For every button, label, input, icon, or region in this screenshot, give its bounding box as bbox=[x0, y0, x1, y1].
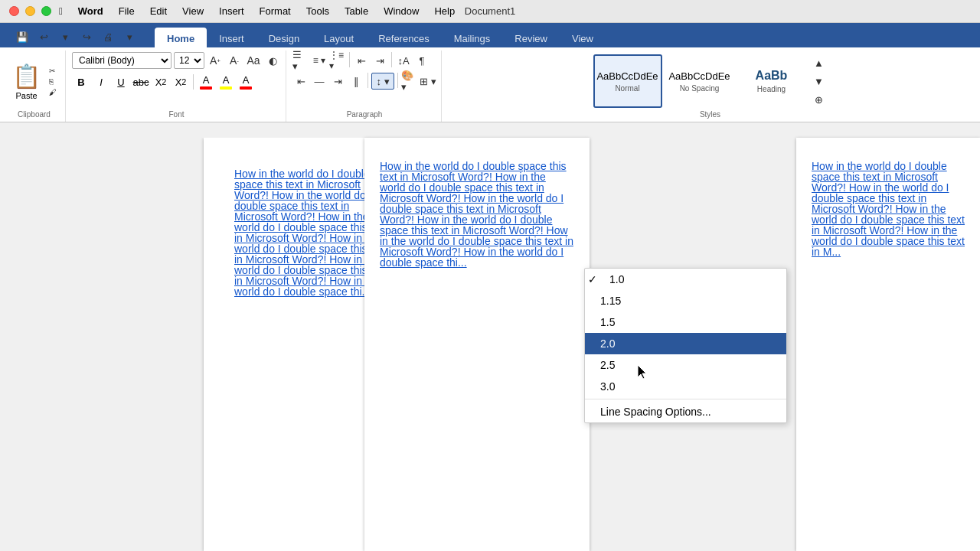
tab-design[interactable]: Design bbox=[256, 28, 312, 49]
left-doc-area: How in the world do I double space this … bbox=[0, 138, 364, 551]
paste-icon: 📋 bbox=[12, 63, 41, 90]
style-normal-preview: AaBbCcDdEe bbox=[595, 70, 660, 82]
redo-button[interactable]: ↪ bbox=[78, 28, 95, 45]
right-doc-page: How in the world do I double space this … bbox=[796, 138, 980, 551]
tab-references[interactable]: References bbox=[366, 28, 441, 49]
styles-down[interactable]: ▼ bbox=[811, 73, 828, 90]
menu-tools[interactable]: Tools bbox=[299, 0, 337, 23]
tab-mailings[interactable]: Mailings bbox=[442, 28, 503, 49]
font-group-label: Font bbox=[168, 110, 184, 120]
maximize-button[interactable] bbox=[41, 6, 51, 16]
style-heading-name: Heading bbox=[757, 85, 786, 93]
align-center-button[interactable]: ― bbox=[311, 73, 328, 90]
ribbon-content: 📋 Paste ✂ ⎘ 🖌 Clipboard Calibri (Body) bbox=[0, 47, 980, 122]
increase-indent-button[interactable]: ⇥ bbox=[371, 52, 388, 69]
line-spacing-button[interactable]: ↕ ▾ bbox=[371, 73, 394, 90]
spacing-options[interactable]: Line Spacing Options... bbox=[585, 401, 786, 422]
menu-help[interactable]: Help bbox=[426, 0, 462, 23]
spacing-1-15[interactable]: 1.15 bbox=[585, 290, 786, 311]
font-color-button[interactable]: A bbox=[197, 73, 215, 91]
tab-view[interactable]: View bbox=[560, 28, 606, 49]
spacing-1-5[interactable]: 1.5 bbox=[585, 311, 786, 333]
minimize-button[interactable] bbox=[25, 6, 35, 16]
document-area: How in the world do I double space this … bbox=[0, 122, 980, 551]
paste-button[interactable]: 📋 Paste bbox=[8, 60, 45, 103]
increase-font-button[interactable]: A+ bbox=[207, 52, 224, 69]
shading-button[interactable]: 🎨 ▾ bbox=[401, 73, 418, 90]
spacing-2-0-label: 2.0 bbox=[600, 337, 615, 350]
subscript-button[interactable]: X2 bbox=[152, 73, 170, 91]
show-formatting-button[interactable]: ¶ bbox=[413, 52, 430, 69]
font-family-select[interactable]: Calibri (Body) bbox=[72, 52, 172, 69]
tab-home[interactable]: Home bbox=[155, 28, 207, 49]
format-painter[interactable]: 🖌 bbox=[47, 87, 60, 97]
highlight-button[interactable]: A bbox=[217, 73, 235, 91]
decrease-indent-button[interactable]: ⇤ bbox=[353, 52, 370, 69]
underline-button[interactable]: U bbox=[112, 73, 130, 91]
styles-group-label: Styles bbox=[700, 110, 720, 120]
spacing-3-0[interactable]: 3.0 bbox=[585, 376, 786, 397]
spacing-divider bbox=[585, 399, 786, 399]
undo-button[interactable]: ↩ bbox=[35, 28, 52, 45]
menu-edit[interactable]: Edit bbox=[142, 0, 175, 23]
print-button[interactable]: 🖨 bbox=[100, 28, 116, 45]
styles-more[interactable]: ⊕ bbox=[811, 91, 828, 108]
ribbon: 💾 ↩ ▾ ↪ 🖨 ▾ Home Insert Design Layout Re… bbox=[0, 23, 980, 122]
sort-button[interactable]: ↕A bbox=[395, 52, 412, 69]
save-button-qa[interactable]: 💾 bbox=[14, 28, 31, 45]
left-doc-page: How in the world do I double space this … bbox=[204, 138, 364, 551]
change-case-button[interactable]: Aa bbox=[245, 52, 262, 69]
more-qa[interactable]: ▾ bbox=[121, 28, 138, 45]
spacing-options-label: Line Spacing Options... bbox=[600, 406, 711, 418]
bullet-list-button[interactable]: ☰ ▾ bbox=[292, 52, 309, 69]
border-button[interactable]: ⊞ ▾ bbox=[420, 73, 436, 90]
tab-insert[interactable]: Insert bbox=[207, 28, 256, 49]
align-right-button[interactable]: ⇥ bbox=[329, 73, 346, 90]
paragraph-group-label: Paragraph bbox=[347, 110, 383, 120]
left-doc-text[interactable]: How in the world do I double space this … bbox=[234, 168, 364, 297]
copy-button[interactable]: ⎘ bbox=[47, 77, 60, 86]
clipboard-label: Clipboard bbox=[18, 110, 51, 120]
italic-button[interactable]: I bbox=[92, 73, 110, 91]
close-button[interactable] bbox=[9, 6, 19, 16]
numbered-list-button[interactable]: ≡ ▾ bbox=[311, 52, 328, 69]
main-doc-page[interactable]: How in the world do I double space this … bbox=[364, 138, 590, 551]
menu-view[interactable]: View bbox=[175, 0, 211, 23]
styles-up[interactable]: ▲ bbox=[811, 54, 828, 71]
separator3 bbox=[368, 73, 368, 88]
decrease-font-button[interactable]: A- bbox=[226, 52, 243, 69]
quick-access-toolbar: 💾 ↩ ▾ ↪ 🖨 ▾ bbox=[14, 28, 138, 45]
tab-review[interactable]: Review bbox=[502, 28, 560, 49]
separator4 bbox=[397, 73, 398, 88]
style-no-spacing[interactable]: AaBbCcDdEe No Spacing bbox=[665, 54, 734, 108]
spacing-3-0-label: 3.0 bbox=[600, 380, 615, 393]
spacing-2-5[interactable]: 2.5 bbox=[585, 354, 786, 376]
strikethrough-button[interactable]: abc bbox=[132, 73, 150, 91]
align-left-button[interactable]: ⇤ bbox=[292, 73, 309, 90]
multilevel-list-button[interactable]: ⋮≡ ▾ bbox=[329, 52, 346, 69]
menu-window[interactable]: Window bbox=[376, 0, 426, 23]
style-no-spacing-name: No Spacing bbox=[680, 84, 720, 93]
document-title: Document1 bbox=[465, 5, 515, 17]
undo-dropdown[interactable]: ▾ bbox=[57, 28, 74, 45]
style-heading[interactable]: AaBb Heading bbox=[737, 54, 806, 108]
style-normal[interactable]: AaBbCcDdEe Normal bbox=[593, 54, 662, 108]
menu-format[interactable]: Format bbox=[252, 0, 299, 23]
menu-table[interactable]: Table bbox=[337, 0, 376, 23]
spacing-2-0[interactable]: 2.0 bbox=[585, 333, 786, 354]
justify-button[interactable]: ‖ bbox=[348, 73, 364, 90]
menu-insert[interactable]: Insert bbox=[211, 0, 252, 23]
menu-file[interactable]: File bbox=[111, 0, 142, 23]
apple-menu[interactable]:  bbox=[51, 0, 70, 23]
menu-word[interactable]: Word bbox=[70, 0, 111, 23]
tab-layout[interactable]: Layout bbox=[312, 28, 366, 49]
clear-formatting-button[interactable]: ◐ bbox=[264, 52, 281, 69]
text-color-button[interactable]: A bbox=[237, 73, 255, 91]
superscript-button[interactable]: X2 bbox=[172, 73, 190, 91]
bold-button[interactable]: B bbox=[72, 73, 90, 91]
font-group: Calibri (Body) 12 A+ A- Aa ◐ B I U abc X… bbox=[67, 51, 286, 122]
cut-button[interactable]: ✂ bbox=[47, 66, 60, 76]
traffic-lights[interactable] bbox=[9, 6, 51, 16]
spacing-1-0[interactable]: 1.0 bbox=[585, 269, 786, 290]
font-size-select[interactable]: 12 bbox=[174, 52, 204, 69]
